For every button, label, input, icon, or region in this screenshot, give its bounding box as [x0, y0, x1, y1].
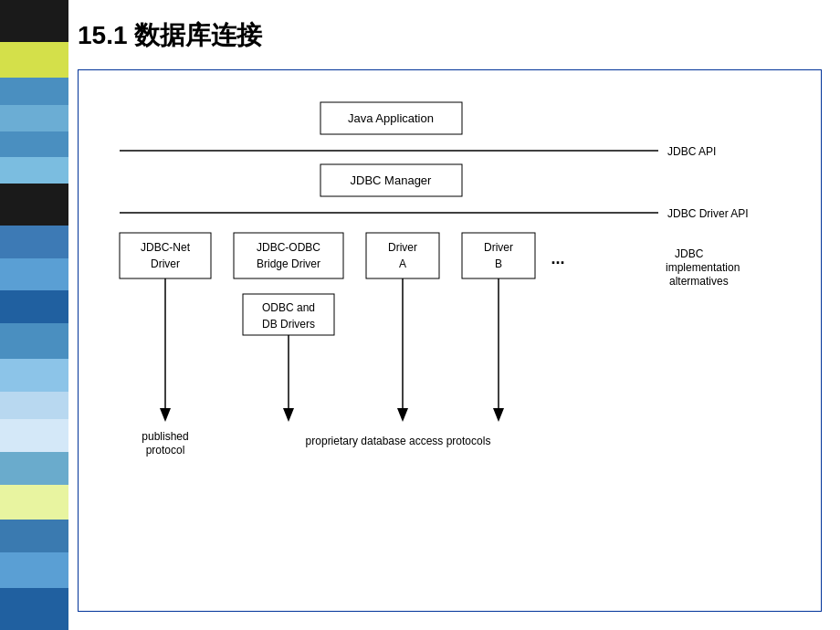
driver1-line2: Driver [151, 257, 180, 270]
sidebar-strip [0, 226, 68, 258]
jdbc-impl-line2: implementation [666, 261, 740, 274]
sidebar-strip [0, 452, 68, 485]
svg-marker-12 [283, 408, 294, 422]
sidebar-strip [0, 105, 68, 131]
sidebar-strip [0, 323, 68, 359]
dots-label: ... [551, 249, 564, 268]
published-line1: published [142, 430, 188, 443]
sidebar [0, 0, 68, 630]
proprietary-label: proprietary database access protocols [306, 435, 491, 447]
jdbc-impl-line1: JDBC [675, 247, 704, 260]
odbc-line1: ODBC and [262, 301, 315, 314]
driver3-line1: Driver [388, 241, 417, 254]
svg-marker-10 [160, 408, 171, 422]
svg-rect-8 [462, 233, 535, 278]
jdbc-api-label: JDBC API [667, 145, 716, 158]
sidebar-strip [0, 290, 68, 323]
sidebar-strip [0, 131, 68, 158]
driver2-line1: JDBC-ODBC [257, 241, 320, 254]
page-title: 15.1 数据库连接 [78, 18, 822, 53]
jdbc-impl-line3: altermatives [669, 275, 729, 288]
diagram-svg: Java Application JDBC API JDBC Manager J… [92, 89, 786, 572]
sidebar-strip [0, 184, 68, 226]
driver1-line1: JDBC-Net [141, 241, 191, 254]
sidebar-strip [0, 552, 68, 588]
published-line2: protocol [146, 444, 185, 457]
svg-rect-7 [366, 233, 439, 278]
sidebar-strip [0, 157, 68, 184]
jdbc-manager-label: JDBC Manager [351, 173, 433, 187]
sidebar-strip [0, 78, 68, 106]
sidebar-strip [0, 520, 68, 552]
svg-rect-5 [234, 233, 343, 278]
svg-rect-4 [120, 233, 211, 278]
odbc-line2: DB Drivers [262, 318, 315, 331]
sidebar-strip [0, 359, 68, 392]
driver4-line1: Driver [484, 241, 513, 254]
svg-marker-14 [397, 408, 408, 422]
java-app-label: Java Application [348, 111, 434, 125]
jdbc-driver-api-label: JDBC Driver API [667, 207, 749, 220]
sidebar-strip [0, 485, 68, 520]
sidebar-strip [0, 258, 68, 291]
diagram-container: Java Application JDBC API JDBC Manager J… [78, 69, 822, 612]
sidebar-strip [0, 42, 68, 78]
svg-marker-16 [493, 408, 504, 422]
sidebar-strip [0, 588, 68, 630]
driver4-line2: B [495, 257, 502, 270]
sidebar-strip [0, 419, 68, 452]
main-content: 15.1 数据库连接 Java Application JDBC API JDB… [68, 0, 840, 630]
driver2-line2: Bridge Driver [257, 257, 320, 270]
sidebar-strip [0, 392, 68, 420]
sidebar-strip [0, 0, 68, 42]
driver3-line2: A [399, 257, 406, 270]
